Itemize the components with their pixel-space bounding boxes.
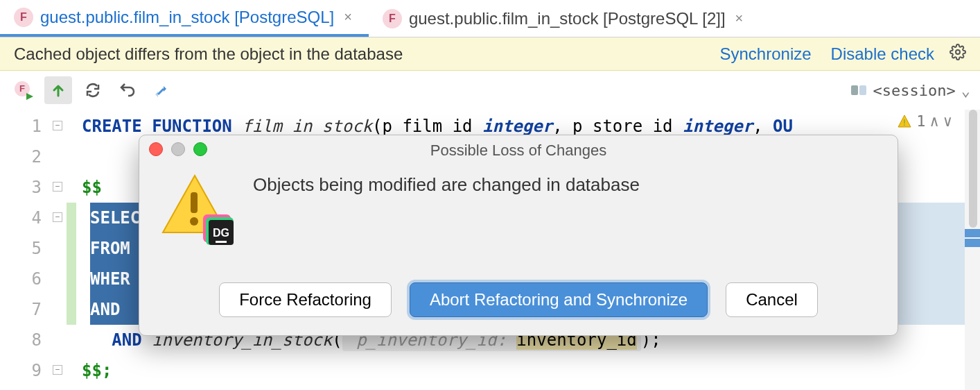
dialog-title: Possible Loss of Changes [430, 142, 606, 160]
fold-icon[interactable]: − [53, 182, 62, 192]
banner-message: Cached object differs from the object in… [14, 44, 701, 64]
close-icon[interactable]: × [733, 10, 746, 26]
function-icon: F [14, 8, 33, 27]
cancel-button[interactable]: Cancel [726, 282, 818, 317]
chevron-down-icon[interactable]: ∨ [943, 112, 952, 130]
svg-marker-5 [155, 92, 158, 97]
refresh-button[interactable] [79, 76, 107, 104]
gutter: 1− 2 3− 4− 5 6 7 8 9− [0, 110, 67, 390]
synchronize-link[interactable]: Synchronize [720, 44, 812, 64]
svg-text:!: ! [902, 117, 907, 128]
svg-point-12 [190, 217, 198, 226]
session-label: <session> [873, 82, 956, 99]
window-controls [149, 142, 207, 156]
warning-icon: ! [897, 114, 912, 129]
svg-text:F: F [19, 83, 25, 94]
abort-and-synchronize-button[interactable]: Abort Refactoring and Synchronize [410, 282, 708, 317]
svg-rect-17 [216, 241, 227, 243]
session-selector[interactable]: <session> ⌄ [850, 82, 970, 99]
svg-rect-6 [851, 85, 858, 95]
chevron-down-icon: ⌄ [961, 82, 970, 99]
warning-count: 1 [916, 112, 925, 130]
tab-file-2[interactable]: F guest.public.film_in_stock [PostgreSQL… [369, 0, 760, 37]
dialog-titlebar: Possible Loss of Changes [139, 135, 898, 166]
fold-icon[interactable]: − [53, 365, 62, 375]
rollback-button[interactable] [114, 76, 141, 104]
dialog-message: Objects being modified are changed in da… [253, 171, 640, 248]
svg-point-0 [956, 50, 960, 54]
warning-icon: DG [160, 171, 236, 248]
svg-rect-11 [191, 192, 198, 213]
svg-marker-3 [26, 93, 33, 100]
editor-toolbar: F <session> ⌄ [0, 71, 980, 110]
svg-rect-7 [859, 85, 866, 95]
tab-label: guest.public.film_in_stock [PostgreSQL] [40, 8, 334, 27]
dialog-buttons: Force Refactoring Abort Refactoring and … [139, 282, 898, 317]
fold-icon[interactable]: − [53, 212, 62, 222]
svg-text:DG: DG [213, 227, 229, 239]
zoom-window-button[interactable] [193, 142, 207, 156]
diff-button[interactable] [148, 76, 176, 104]
editor-tabs: F guest.public.film_in_stock [PostgreSQL… [0, 0, 980, 37]
fold-icon[interactable]: − [53, 121, 62, 130]
tab-label: guest.public.film_in_stock [PostgreSQL [… [409, 9, 726, 28]
code-line: $$; [67, 355, 980, 386]
tab-file-1[interactable]: F guest.public.film_in_stock [PostgreSQL… [0, 0, 369, 37]
session-icon [850, 83, 868, 98]
minimize-window-button[interactable] [171, 142, 185, 156]
svg-marker-4 [164, 86, 166, 92]
close-window-button[interactable] [149, 142, 163, 156]
function-icon: F [383, 9, 402, 28]
run-function-button[interactable]: F [10, 76, 37, 104]
chevron-up-icon[interactable]: ∧ [930, 112, 939, 130]
close-icon[interactable]: × [341, 9, 355, 25]
notification-banner: Cached object differs from the object in… [0, 37, 980, 71]
force-refactoring-button[interactable]: Force Refactoring [219, 282, 392, 317]
disable-check-link[interactable]: Disable check [831, 44, 934, 64]
inspection-widget[interactable]: ! 1 ∧ ∨ [897, 112, 952, 130]
gear-icon[interactable] [950, 44, 966, 65]
commit-button[interactable] [44, 76, 72, 104]
loss-of-changes-dialog: Possible Loss of Changes DG Objects bein… [139, 135, 898, 336]
